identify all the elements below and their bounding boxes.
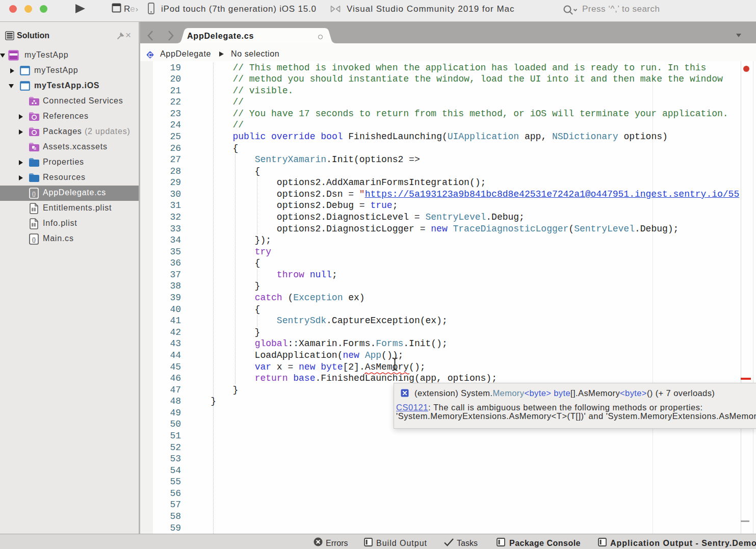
svg-text:{}: {} bbox=[32, 190, 36, 196]
svg-text:C: C bbox=[148, 52, 152, 58]
svg-text:{}: {} bbox=[32, 236, 36, 242]
